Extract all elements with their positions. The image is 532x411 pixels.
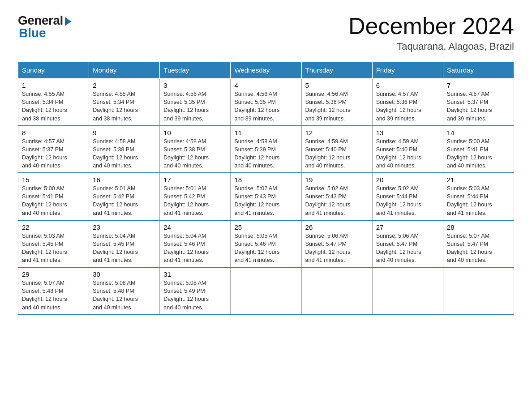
day-info: Sunrise: 5:07 AM Sunset: 5:47 PM Dayligh… bbox=[447, 233, 492, 263]
day-info: Sunrise: 5:00 AM Sunset: 5:41 PM Dayligh… bbox=[22, 185, 67, 216]
weekday-header-thursday: Thursday bbox=[301, 62, 372, 79]
day-info: Sunrise: 5:02 AM Sunset: 5:43 PM Dayligh… bbox=[234, 185, 279, 216]
calendar-cell: 11 Sunrise: 4:58 AM Sunset: 5:39 PM Dayl… bbox=[231, 126, 301, 173]
calendar-cell bbox=[301, 267, 372, 315]
day-info: Sunrise: 4:56 AM Sunset: 5:35 PM Dayligh… bbox=[163, 91, 209, 121]
day-info: Sunrise: 4:58 AM Sunset: 5:38 PM Dayligh… bbox=[163, 138, 209, 169]
day-number: 11 bbox=[234, 129, 297, 137]
calendar-cell: 25 Sunrise: 5:05 AM Sunset: 5:46 PM Dayl… bbox=[231, 220, 301, 268]
calendar-cell: 22 Sunrise: 5:03 AM Sunset: 5:45 PM Dayl… bbox=[18, 220, 89, 268]
day-info: Sunrise: 5:07 AM Sunset: 5:48 PM Dayligh… bbox=[22, 280, 67, 310]
calendar-body: 1 Sunrise: 4:55 AM Sunset: 5:34 PM Dayli… bbox=[18, 79, 514, 315]
day-number: 13 bbox=[376, 129, 439, 137]
day-info: Sunrise: 4:55 AM Sunset: 5:34 PM Dayligh… bbox=[22, 91, 67, 121]
calendar-cell: 4 Sunrise: 4:56 AM Sunset: 5:35 PM Dayli… bbox=[231, 79, 301, 126]
calendar-cell: 7 Sunrise: 4:57 AM Sunset: 5:37 PM Dayli… bbox=[443, 79, 514, 126]
day-number: 15 bbox=[22, 176, 85, 184]
calendar-cell: 19 Sunrise: 5:02 AM Sunset: 5:43 PM Dayl… bbox=[301, 173, 372, 220]
day-number: 31 bbox=[163, 270, 227, 278]
weekday-header-wednesday: Wednesday bbox=[231, 62, 301, 79]
day-info: Sunrise: 5:08 AM Sunset: 5:48 PM Dayligh… bbox=[93, 280, 138, 310]
calendar-cell: 24 Sunrise: 5:04 AM Sunset: 5:46 PM Dayl… bbox=[160, 220, 231, 268]
day-info: Sunrise: 4:59 AM Sunset: 5:40 PM Dayligh… bbox=[305, 138, 351, 169]
day-info: Sunrise: 4:56 AM Sunset: 5:35 PM Dayligh… bbox=[234, 91, 279, 121]
calendar-week-2: 8 Sunrise: 4:57 AM Sunset: 5:37 PM Dayli… bbox=[18, 126, 514, 173]
calendar-cell: 18 Sunrise: 5:02 AM Sunset: 5:43 PM Dayl… bbox=[231, 173, 301, 220]
day-info: Sunrise: 4:58 AM Sunset: 5:39 PM Dayligh… bbox=[234, 138, 279, 169]
page-title: December 2024 bbox=[348, 13, 514, 39]
day-number: 17 bbox=[163, 176, 227, 184]
page-subtitle: Taquarana, Alagoas, Brazil bbox=[348, 41, 514, 52]
day-number: 23 bbox=[93, 223, 156, 231]
calendar-cell: 28 Sunrise: 5:07 AM Sunset: 5:47 PM Dayl… bbox=[443, 220, 514, 268]
day-number: 16 bbox=[93, 176, 156, 184]
calendar-week-4: 22 Sunrise: 5:03 AM Sunset: 5:45 PM Dayl… bbox=[18, 220, 514, 268]
page-header: General Blue December 2024 Taquarana, Al… bbox=[18, 13, 514, 52]
calendar-cell bbox=[443, 267, 514, 315]
day-info: Sunrise: 5:08 AM Sunset: 5:49 PM Dayligh… bbox=[163, 280, 209, 310]
calendar-cell: 27 Sunrise: 5:06 AM Sunset: 5:47 PM Dayl… bbox=[372, 220, 443, 268]
day-number: 19 bbox=[305, 176, 369, 184]
calendar-week-3: 15 Sunrise: 5:00 AM Sunset: 5:41 PM Dayl… bbox=[18, 173, 514, 220]
day-info: Sunrise: 5:02 AM Sunset: 5:44 PM Dayligh… bbox=[376, 185, 421, 216]
logo-arrow-icon bbox=[65, 17, 71, 26]
day-info: Sunrise: 5:01 AM Sunset: 5:42 PM Dayligh… bbox=[163, 185, 209, 216]
logo: General Blue bbox=[18, 13, 71, 40]
day-number: 25 bbox=[234, 223, 297, 231]
day-info: Sunrise: 4:56 AM Sunset: 5:36 PM Dayligh… bbox=[305, 91, 351, 121]
day-number: 28 bbox=[447, 223, 510, 231]
day-info: Sunrise: 5:06 AM Sunset: 5:47 PM Dayligh… bbox=[376, 233, 421, 263]
calendar-cell: 23 Sunrise: 5:04 AM Sunset: 5:45 PM Dayl… bbox=[89, 220, 160, 268]
day-number: 5 bbox=[305, 81, 369, 89]
day-number: 29 bbox=[22, 270, 85, 278]
calendar-cell: 2 Sunrise: 4:55 AM Sunset: 5:34 PM Dayli… bbox=[89, 79, 160, 126]
day-number: 7 bbox=[447, 81, 510, 89]
day-number: 27 bbox=[376, 223, 439, 231]
day-info: Sunrise: 5:01 AM Sunset: 5:42 PM Dayligh… bbox=[93, 185, 138, 216]
day-info: Sunrise: 4:59 AM Sunset: 5:40 PM Dayligh… bbox=[376, 138, 421, 169]
calendar-cell: 26 Sunrise: 5:06 AM Sunset: 5:47 PM Dayl… bbox=[301, 220, 372, 268]
calendar-cell: 12 Sunrise: 4:59 AM Sunset: 5:40 PM Dayl… bbox=[301, 126, 372, 173]
day-number: 24 bbox=[163, 223, 227, 231]
day-number: 22 bbox=[22, 223, 85, 231]
day-number: 30 bbox=[93, 270, 156, 278]
day-number: 2 bbox=[93, 81, 156, 89]
calendar-cell: 29 Sunrise: 5:07 AM Sunset: 5:48 PM Dayl… bbox=[18, 267, 89, 315]
weekday-header-tuesday: Tuesday bbox=[160, 62, 231, 79]
weekday-header-saturday: Saturday bbox=[443, 62, 514, 79]
calendar-cell: 30 Sunrise: 5:08 AM Sunset: 5:48 PM Dayl… bbox=[89, 267, 160, 315]
day-info: Sunrise: 5:03 AM Sunset: 5:45 PM Dayligh… bbox=[22, 233, 67, 263]
calendar-cell: 9 Sunrise: 4:58 AM Sunset: 5:38 PM Dayli… bbox=[89, 126, 160, 173]
calendar-cell: 21 Sunrise: 5:03 AM Sunset: 5:44 PM Dayl… bbox=[443, 173, 514, 220]
calendar-cell: 20 Sunrise: 5:02 AM Sunset: 5:44 PM Dayl… bbox=[372, 173, 443, 220]
day-info: Sunrise: 5:04 AM Sunset: 5:46 PM Dayligh… bbox=[163, 233, 209, 263]
calendar-cell: 13 Sunrise: 4:59 AM Sunset: 5:40 PM Dayl… bbox=[372, 126, 443, 173]
calendar-cell: 17 Sunrise: 5:01 AM Sunset: 5:42 PM Dayl… bbox=[160, 173, 231, 220]
calendar-week-5: 29 Sunrise: 5:07 AM Sunset: 5:48 PM Dayl… bbox=[18, 267, 514, 315]
day-number: 6 bbox=[376, 81, 439, 89]
day-number: 26 bbox=[305, 223, 369, 231]
day-number: 3 bbox=[163, 81, 227, 89]
calendar-week-1: 1 Sunrise: 4:55 AM Sunset: 5:34 PM Dayli… bbox=[18, 79, 514, 126]
calendar-cell: 15 Sunrise: 5:00 AM Sunset: 5:41 PM Dayl… bbox=[18, 173, 89, 220]
day-info: Sunrise: 5:00 AM Sunset: 5:41 PM Dayligh… bbox=[447, 138, 492, 169]
day-info: Sunrise: 4:55 AM Sunset: 5:34 PM Dayligh… bbox=[93, 91, 138, 121]
calendar-cell: 3 Sunrise: 4:56 AM Sunset: 5:35 PM Dayli… bbox=[160, 79, 231, 126]
logo-blue-text: Blue bbox=[18, 26, 46, 40]
day-number: 14 bbox=[447, 129, 510, 137]
day-number: 1 bbox=[22, 81, 85, 89]
calendar-cell: 16 Sunrise: 5:01 AM Sunset: 5:42 PM Dayl… bbox=[89, 173, 160, 220]
calendar-header: SundayMondayTuesdayWednesdayThursdayFrid… bbox=[18, 62, 514, 79]
calendar-cell: 8 Sunrise: 4:57 AM Sunset: 5:37 PM Dayli… bbox=[18, 126, 89, 173]
day-info: Sunrise: 4:58 AM Sunset: 5:38 PM Dayligh… bbox=[93, 138, 138, 169]
day-number: 10 bbox=[163, 129, 227, 137]
calendar-cell: 5 Sunrise: 4:56 AM Sunset: 5:36 PM Dayli… bbox=[301, 79, 372, 126]
day-info: Sunrise: 5:06 AM Sunset: 5:47 PM Dayligh… bbox=[305, 233, 351, 263]
calendar-cell: 14 Sunrise: 5:00 AM Sunset: 5:41 PM Dayl… bbox=[443, 126, 514, 173]
day-number: 20 bbox=[376, 176, 439, 184]
title-block: December 2024 Taquarana, Alagoas, Brazil bbox=[348, 13, 514, 52]
calendar-cell: 10 Sunrise: 4:58 AM Sunset: 5:38 PM Dayl… bbox=[160, 126, 231, 173]
calendar-cell: 31 Sunrise: 5:08 AM Sunset: 5:49 PM Dayl… bbox=[160, 267, 231, 315]
day-number: 18 bbox=[234, 176, 297, 184]
day-number: 4 bbox=[234, 81, 297, 89]
